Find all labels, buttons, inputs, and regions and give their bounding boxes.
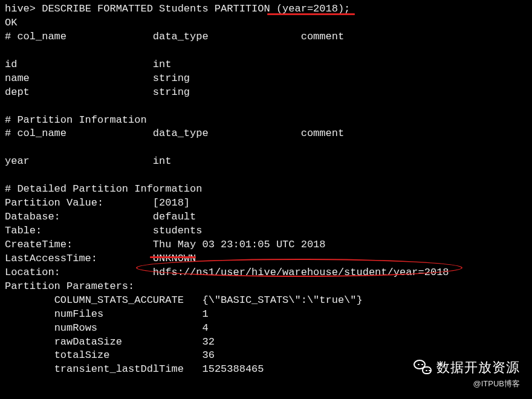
param-row: numRows 4 [5,322,527,336]
partition-columns-header: # col_name data_type comment [5,127,527,141]
blank-line [5,44,527,58]
detail-row: Table: students [5,224,527,238]
detail-row: Partition Value: [2018] [5,196,527,210]
watermark-main: 数据开放资源 [436,358,520,377]
column-row: id int [5,58,527,72]
watermark: 数据开放资源 @ITPUB博客 [414,358,520,389]
hive-prompt: hive> [5,3,42,15]
param-row: numFiles 1 [5,308,527,322]
annotation-strikethrough [150,256,196,258]
wechat-icon [414,360,432,375]
param-row: COLUMN_STATS_ACCURATE {\"BASIC_STATS\":\… [5,294,527,308]
annotation-underline [267,13,355,15]
column-row: dept string [5,86,527,100]
detailed-partition-header: # Detailed Partition Information [5,183,527,196]
columns-header: # col_name data_type comment [5,30,527,44]
detail-row: Database: default [5,210,527,224]
detail-row: CreateTime: Thu May 03 23:01:05 UTC 2018 [5,238,527,252]
blank-line [5,100,527,114]
command-line: hive> DESCRIBE FORMATTED Students PARTIT… [5,2,527,16]
column-row: name string [5,72,527,86]
param-row: rawDataSize 32 [5,336,527,349]
blank-line [5,169,527,183]
partition-column-row: year int [5,155,527,169]
terminal-output: hive> DESCRIBE FORMATTED Students PARTIT… [5,2,527,377]
partition-info-header: # Partition Information [5,114,527,128]
detail-row: Partition Parameters: [5,280,527,294]
blank-line [5,141,527,155]
ok-status: OK [5,16,527,30]
annotation-oval [136,259,462,277]
watermark-sub: @ITPUB博客 [414,378,520,389]
